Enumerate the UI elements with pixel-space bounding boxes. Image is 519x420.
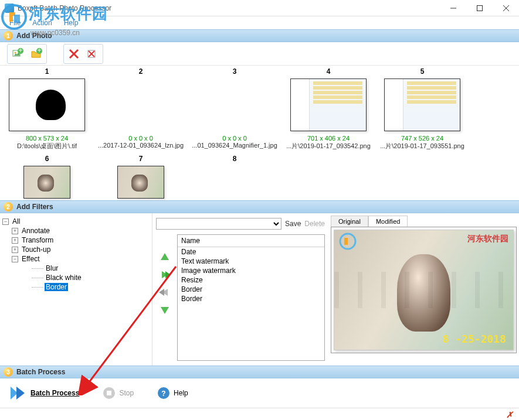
filter-item[interactable]: Image watermark bbox=[178, 266, 324, 275]
batch-process-button[interactable]: Batch Process bbox=[9, 385, 79, 401]
svg-marker-16 bbox=[161, 253, 169, 260]
photo-toolbar: + + bbox=[0, 42, 519, 66]
titlebar: Boxoft Batch Photo Processor bbox=[0, 0, 519, 16]
remove-filter-button[interactable] bbox=[158, 286, 171, 299]
maximize-button[interactable] bbox=[466, 0, 493, 16]
menu-file[interactable]: File bbox=[4, 18, 26, 28]
menu-action[interactable]: Action bbox=[26, 18, 57, 28]
preset-select[interactable] bbox=[156, 218, 281, 230]
svg-text:+: + bbox=[18, 47, 22, 54]
tab-original[interactable]: Original bbox=[331, 216, 368, 227]
svg-rect-27 bbox=[107, 391, 111, 395]
section-num-3: 3 bbox=[4, 367, 13, 377]
thumb-image[interactable] bbox=[103, 78, 179, 131]
preset-delete: Delete bbox=[304, 220, 325, 228]
add-filter-button[interactable] bbox=[158, 268, 171, 281]
tree-all[interactable]: −All bbox=[2, 217, 150, 226]
add-folder-button[interactable]: + bbox=[28, 46, 45, 62]
window-title: Boxoft Batch Photo Processor bbox=[18, 4, 111, 12]
svg-marker-18 bbox=[165, 271, 171, 278]
preview-image: 河东软件园 8 -25-2018 bbox=[334, 230, 514, 350]
remove-all-button[interactable] bbox=[84, 46, 101, 62]
thumb-path: ...片\2019-01-17_093542.png bbox=[281, 142, 375, 151]
thumb-num: 4 bbox=[281, 66, 375, 77]
minimize-button[interactable] bbox=[440, 0, 466, 16]
tree-annotate[interactable]: +Annotate bbox=[12, 226, 150, 235]
thumb-1[interactable]: 1 800 x 573 x 24 D:\tools\桌面\图片\.tif bbox=[0, 66, 94, 151]
thumb-image[interactable] bbox=[384, 78, 460, 131]
filter-item[interactable]: Border bbox=[178, 285, 324, 294]
thumb-image[interactable] bbox=[117, 166, 164, 199]
thumb-dimensions: 701 x 406 x 24 bbox=[281, 135, 375, 142]
svg-rect-23 bbox=[344, 238, 348, 245]
filter-item[interactable]: Text watermark bbox=[178, 257, 324, 266]
section-num-2: 2 bbox=[4, 202, 13, 211]
section-title-3: Batch Process bbox=[16, 368, 65, 376]
filter-item[interactable]: Border bbox=[178, 294, 324, 303]
svg-text:?: ? bbox=[161, 390, 165, 398]
tab-modified[interactable]: Modified bbox=[368, 216, 408, 227]
thumb-dimensions: 0 x 0 x 0 bbox=[188, 135, 281, 142]
move-up-button[interactable] bbox=[158, 251, 171, 264]
applied-filters-list[interactable]: Name DateText watermarkImage watermarkRe… bbox=[177, 234, 325, 361]
thumb-4[interactable]: 4 701 x 406 x 24 ...片\2019-01-17_093542.… bbox=[281, 66, 375, 151]
tree-blackwhite[interactable]: Black white bbox=[32, 273, 150, 282]
add-photo-button[interactable]: + bbox=[9, 46, 26, 62]
thumb-dimensions: 747 x 526 x 24 bbox=[375, 135, 469, 142]
tree-transform[interactable]: +Transform bbox=[12, 235, 150, 245]
filter-list-header: Name bbox=[178, 235, 324, 247]
thumb-image[interactable] bbox=[196, 78, 273, 131]
thumb-5[interactable]: 5 747 x 526 x 24 ...片\2019-01-17_093551.… bbox=[375, 66, 469, 151]
svg-rect-2 bbox=[477, 6, 482, 11]
thumb-8[interactable]: 8 bbox=[188, 153, 281, 200]
tree-touchup[interactable]: +Touch-up bbox=[12, 245, 150, 254]
close-button[interactable] bbox=[493, 0, 519, 16]
menu-help[interactable]: Help bbox=[58, 18, 84, 28]
thumb-7[interactable]: 7 bbox=[94, 153, 188, 200]
svg-marker-21 bbox=[161, 307, 169, 314]
batch-toolbar: Batch Process Stop ? Help bbox=[0, 378, 519, 408]
section-batch-process: 3 Batch Process bbox=[0, 366, 519, 378]
filter-tree: −All +Annotate +Transform +Touch-up −Eff… bbox=[0, 213, 152, 366]
section-title-2: Add Filters bbox=[16, 203, 53, 211]
move-down-button[interactable] bbox=[158, 303, 171, 316]
tree-blur[interactable]: Blur bbox=[32, 264, 150, 273]
help-label: Help bbox=[174, 389, 188, 397]
thumb-image[interactable] bbox=[211, 166, 258, 199]
thumb-3[interactable]: 3 0 x 0 x 0 ...01_093624_Magnifier_1.jpg bbox=[188, 66, 281, 151]
thumb-path: ...01_093624_Magnifier_1.jpg bbox=[188, 142, 281, 149]
preview-box: 河东软件园 8 -25-2018 bbox=[331, 227, 517, 353]
filters-body: −All +Annotate +Transform +Touch-up −Eff… bbox=[0, 213, 519, 366]
svg-marker-25 bbox=[16, 387, 25, 399]
filter-item[interactable]: Resize bbox=[178, 275, 324, 285]
preview-panel: Original Modified 河东软件园 8 -25-2018 bbox=[328, 213, 519, 366]
footer-close-icon[interactable]: ✗ bbox=[506, 410, 513, 419]
thumb-dimensions: 800 x 573 x 24 bbox=[0, 135, 94, 142]
stop-label: Stop bbox=[119, 389, 134, 397]
help-button[interactable]: ? Help bbox=[157, 387, 188, 399]
thumb-dimensions: 0 x 0 x 0 bbox=[94, 135, 188, 142]
thumb-num: 1 bbox=[0, 66, 94, 77]
thumb-6[interactable]: 6 bbox=[0, 153, 94, 200]
preview-date-watermark: 8 -25-2018 bbox=[443, 333, 506, 345]
thumbnail-area: 1 800 x 573 x 24 D:\tools\桌面\图片\.tif 2 0… bbox=[0, 66, 519, 200]
tree-effect[interactable]: −Effect bbox=[12, 254, 150, 264]
section-add-filters: 2 Add Filters bbox=[0, 200, 519, 213]
thumb-image[interactable] bbox=[9, 78, 85, 131]
filter-item[interactable]: Date bbox=[178, 247, 324, 257]
thumb-2[interactable]: 2 0 x 0 x 0 ...2017-12-01_093624_lzn.jpg bbox=[94, 66, 188, 151]
filter-mid-panel: Save Delete Name DateText watermarkImage… bbox=[152, 213, 328, 366]
footer: ✗ bbox=[0, 408, 519, 420]
thumb-image[interactable] bbox=[290, 78, 367, 131]
tree-border[interactable]: Border bbox=[32, 282, 150, 292]
preview-bg-lines bbox=[334, 272, 513, 308]
thumb-image[interactable] bbox=[23, 166, 70, 199]
svg-marker-20 bbox=[159, 289, 164, 296]
thumb-num: 6 bbox=[0, 153, 94, 165]
thumb-path: ...片\2019-01-17_093551.png bbox=[375, 142, 469, 151]
remove-button[interactable] bbox=[65, 46, 83, 62]
thumb-path: D:\tools\桌面\图片\.tif bbox=[0, 142, 94, 151]
menubar: File Action Help bbox=[0, 16, 519, 29]
help-icon: ? bbox=[157, 387, 170, 399]
preset-save[interactable]: Save bbox=[285, 220, 301, 228]
